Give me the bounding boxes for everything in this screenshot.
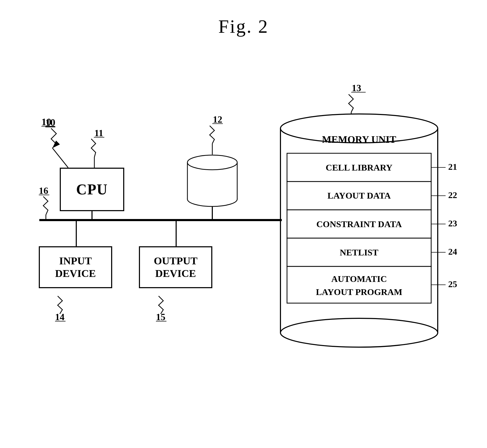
cpu-box: CPU xyxy=(60,168,124,211)
svg-text:12: 12 xyxy=(213,114,222,125)
svg-rect-15 xyxy=(287,153,431,182)
svg-text:CONSTRAINT DATA: CONSTRAINT DATA xyxy=(316,219,402,229)
svg-text:15: 15 xyxy=(156,312,165,322)
svg-text:24: 24 xyxy=(448,247,457,256)
svg-text:10: 10 xyxy=(45,117,55,128)
svg-text:CELL LIBRARY: CELL LIBRARY xyxy=(326,163,393,172)
svg-rect-17 xyxy=(287,182,431,210)
svg-point-13 xyxy=(280,114,438,143)
svg-rect-6 xyxy=(187,162,237,199)
svg-text:25: 25 xyxy=(448,279,457,289)
input-device-label: INPUTDEVICE xyxy=(55,255,96,280)
svg-text:23: 23 xyxy=(448,218,457,228)
cpu-label: CPU xyxy=(76,181,108,198)
output-device-label: OUTPUTDEVICE xyxy=(154,255,198,280)
output-device-box: OUTPUTDEVICE xyxy=(139,246,212,288)
svg-text:16: 16 xyxy=(39,185,48,196)
svg-rect-21 xyxy=(287,238,431,266)
svg-text:NETLIST: NETLIST xyxy=(340,248,378,257)
svg-text:14: 14 xyxy=(55,312,64,322)
svg-point-5 xyxy=(187,192,237,206)
figure-title: Fig. 2 xyxy=(218,16,269,37)
svg-text:AUTOMATIC: AUTOMATIC xyxy=(331,274,387,284)
diagram-container: Fig. 2 xyxy=(0,0,487,448)
svg-rect-23 xyxy=(287,266,431,303)
svg-text:21: 21 xyxy=(448,162,457,172)
input-device-box: INPUTDEVICE xyxy=(39,246,112,288)
svg-text:13: 13 xyxy=(352,83,361,93)
svg-line-1 xyxy=(52,148,68,168)
svg-text:LAYOUT DATA: LAYOUT DATA xyxy=(327,191,391,200)
svg-point-9 xyxy=(187,155,237,170)
svg-rect-19 xyxy=(287,210,431,238)
svg-text:MEMORY UNIT: MEMORY UNIT xyxy=(322,134,396,145)
svg-text:10: 10 xyxy=(41,116,51,127)
svg-text:LAYOUT PROGRAM: LAYOUT PROGRAM xyxy=(316,287,402,297)
svg-text:22: 22 xyxy=(448,190,457,200)
svg-point-10 xyxy=(280,318,438,347)
connections-svg: MEMORY UNIT CELL LIBRARY LAYOUT DATA CON… xyxy=(0,0,487,448)
svg-text:11: 11 xyxy=(94,128,103,138)
